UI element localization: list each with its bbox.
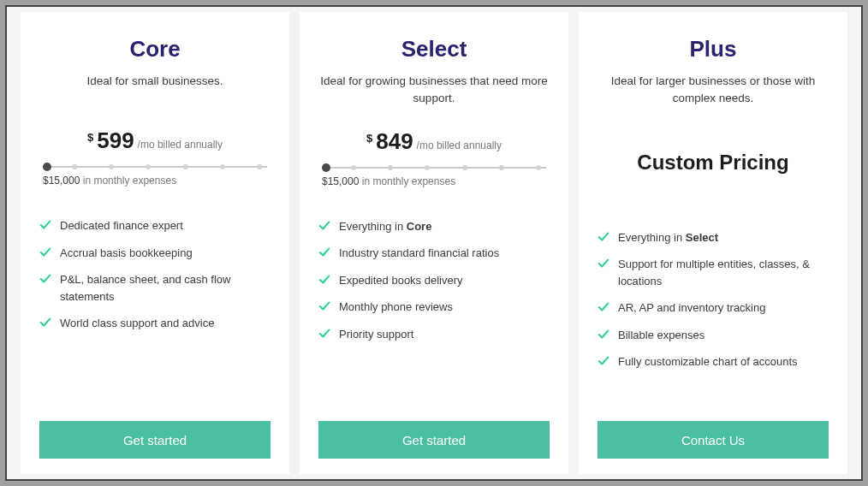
feature-item: Support for multiple entities, classes, …	[597, 256, 829, 289]
feature-text: Fully customizable chart of accounts	[618, 353, 798, 370]
feature-item: Accrual basis bookkeeping	[39, 245, 271, 262]
price-currency: $	[87, 131, 93, 144]
check-icon	[318, 274, 330, 286]
check-icon	[597, 258, 609, 270]
plan-card-plus: Plus Ideal for larger businesses or thos…	[579, 12, 847, 474]
feature-item: AR, AP and inventory tracking	[597, 299, 829, 317]
check-icon	[318, 328, 330, 340]
price-block: $ 599 /mo billed annually	[39, 127, 271, 154]
feature-text: Everything in Select	[618, 229, 718, 246]
price-amount: 849	[376, 128, 413, 155]
feature-item: Expedited books delivery	[318, 272, 550, 289]
feature-text: Accrual basis bookkeeping	[60, 245, 193, 262]
price-block: $ 849 /mo billed annually	[318, 128, 550, 155]
feature-text: World class support and advice	[60, 315, 214, 332]
feature-item: Dedicated finance expert	[39, 217, 271, 234]
feature-text: P&L, balance sheet, and cash flow statem…	[60, 271, 271, 305]
get-started-button[interactable]: Get started	[318, 421, 550, 459]
feature-text: Support for multiple entities, classes, …	[618, 256, 829, 289]
check-icon	[318, 246, 330, 258]
check-icon	[39, 317, 51, 329]
plan-card-select: Select Ideal for growing businesses that…	[300, 12, 568, 474]
feature-item: Priority support	[318, 326, 550, 343]
feature-item: Monthly phone reviews	[318, 299, 550, 316]
price-currency: $	[366, 132, 372, 145]
check-icon	[39, 246, 51, 258]
feature-item: Everything in Core	[318, 218, 550, 235]
feature-text: Monthly phone reviews	[339, 299, 453, 316]
expenses-label: $15,000 in monthly expenses	[39, 175, 271, 187]
feature-item: Fully customizable chart of accounts	[597, 353, 829, 370]
feature-item: Everything in Select	[597, 229, 829, 246]
price-amount: 599	[97, 127, 134, 154]
feature-item: World class support and advice	[39, 315, 271, 332]
expense-slider[interactable]: $15,000 in monthly expenses	[318, 162, 550, 187]
plan-subtitle: Ideal for larger businesses or those wit…	[597, 73, 829, 108]
plan-title: Select	[318, 36, 550, 62]
check-icon	[597, 301, 609, 313]
feature-text: Billable expenses	[618, 327, 705, 344]
feature-list: Dedicated finance expert Accrual basis b…	[39, 217, 271, 421]
plan-title: Core	[39, 36, 271, 62]
feature-list: Everything in Core Industry standard fin…	[318, 218, 550, 422]
check-icon	[597, 355, 609, 367]
feature-list: Everything in Select Support for multipl…	[597, 229, 829, 422]
feature-item: Industry standard financial ratios	[318, 245, 550, 262]
check-icon	[39, 273, 51, 285]
expenses-label: $15,000 in monthly expenses	[318, 175, 550, 187]
feature-text: Expedited books delivery	[339, 272, 463, 289]
expense-slider[interactable]: $15,000 in monthly expenses	[39, 161, 271, 187]
plan-subtitle: Ideal for small businesses.	[39, 73, 271, 107]
feature-text: Industry standard financial ratios	[339, 245, 499, 262]
custom-pricing-label: Custom Pricing	[597, 151, 829, 175]
plan-title: Plus	[597, 36, 829, 62]
feature-text: AR, AP and inventory tracking	[618, 299, 765, 317]
check-icon	[318, 300, 330, 312]
contact-us-button[interactable]: Contact Us	[597, 421, 829, 459]
check-icon	[39, 219, 51, 231]
get-started-button[interactable]: Get started	[39, 421, 271, 459]
feature-text: Everything in Core	[339, 218, 431, 235]
feature-item: Billable expenses	[597, 327, 829, 344]
price-period: /mo billed annually	[138, 139, 223, 151]
feature-item: P&L, balance sheet, and cash flow statem…	[39, 271, 271, 305]
plan-card-core: Core Ideal for small businesses. $ 599 /…	[21, 12, 289, 474]
check-icon	[318, 220, 330, 232]
feature-text: Priority support	[339, 326, 413, 343]
price-period: /mo billed annually	[417, 139, 502, 151]
pricing-grid: Core Ideal for small businesses. $ 599 /…	[5, 5, 863, 481]
check-icon	[597, 231, 609, 243]
feature-text: Dedicated finance expert	[60, 217, 183, 234]
plan-subtitle: Ideal for growing businesses that need m…	[318, 73, 550, 108]
check-icon	[597, 329, 609, 341]
